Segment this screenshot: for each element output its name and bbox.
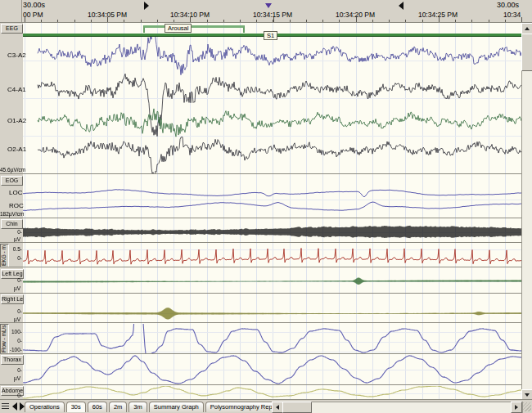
channel-label-roc: ROC bbox=[9, 202, 24, 209]
event-marker-icon[interactable] bbox=[265, 3, 272, 8]
section-divider bbox=[0, 218, 521, 218]
left-leg-unit-label: µV bbox=[7, 285, 20, 291]
right-leg-unit-label: µV bbox=[7, 316, 20, 322]
eog-sensitivity-label: 182µV/cm bbox=[0, 211, 24, 217]
abdomen-zero-label: 0- bbox=[8, 393, 22, 398]
section-divider bbox=[0, 267, 521, 267]
tab-summary-graph[interactable]: Summary Graph bbox=[149, 402, 204, 412]
section-divider bbox=[0, 173, 521, 174]
scroll-up-button[interactable] bbox=[521, 23, 532, 34]
chin-zero-label: 0- bbox=[8, 229, 22, 235]
section-button-eeg[interactable]: EEG bbox=[1, 24, 23, 34]
section-divider bbox=[0, 242, 521, 243]
hscroll-right-button[interactable] bbox=[511, 402, 522, 413]
waveform-canvas[interactable] bbox=[23, 23, 521, 399]
flow-neg-label: -100- bbox=[3, 347, 22, 352]
section-button-chin[interactable]: Chin bbox=[1, 219, 23, 229]
section-divider bbox=[0, 293, 521, 294]
view-tabs: Operations 30s 60s 2m 3m Summary Graph P… bbox=[25, 402, 286, 412]
tab-60s[interactable]: 60s bbox=[88, 402, 107, 412]
arrow-left-icon bbox=[276, 405, 279, 410]
list-icon[interactable] bbox=[2, 403, 9, 410]
arrow-down-icon bbox=[525, 393, 530, 397]
arousal-event-bar[interactable] bbox=[143, 25, 245, 33]
flow-pos-label: 100- bbox=[6, 329, 22, 334]
header-corner-cell bbox=[0, 0, 22, 23]
arrow-up-icon bbox=[525, 27, 530, 30]
eeg-sensitivity-label: 45.6µV/cm bbox=[0, 167, 24, 173]
horizontal-scrollbar-thumb[interactable] bbox=[282, 402, 312, 413]
left-leg-zero-label: 0- bbox=[8, 277, 22, 283]
vertical-scrollbar[interactable] bbox=[521, 23, 532, 399]
vertical-scrollbar-thumb[interactable] bbox=[521, 34, 532, 71]
bottom-toolbar: Operations 30s 60s 2m 3m Summary Graph P… bbox=[0, 399, 532, 413]
chin-unit-label: µV bbox=[7, 236, 20, 242]
flow-zero-label: 0- bbox=[6, 338, 22, 343]
sleep-stage-label[interactable]: S1 bbox=[264, 31, 277, 40]
tab-3m[interactable]: 3m bbox=[128, 402, 147, 412]
channel-label-o1a2: O1-A2 bbox=[7, 117, 26, 124]
tab-30s[interactable]: 30s bbox=[66, 402, 86, 412]
section-divider bbox=[0, 322, 521, 323]
tab-operations[interactable]: Operations bbox=[25, 402, 65, 412]
ekg-half-label: 0.5- bbox=[8, 246, 22, 252]
section-divider bbox=[0, 353, 521, 354]
arrow-right-icon bbox=[515, 405, 518, 410]
step-back-icon[interactable] bbox=[12, 402, 17, 411]
cursor-marker-icon[interactable] bbox=[399, 2, 404, 10]
arousal-event-label[interactable]: Arousal bbox=[165, 24, 192, 33]
thorax-zero-label: 0- bbox=[8, 367, 22, 373]
tab-2m[interactable]: 2m bbox=[109, 402, 127, 412]
epoch-duration-left: 30.00s bbox=[23, 1, 45, 9]
hscroll-left-button[interactable] bbox=[272, 402, 283, 413]
right-leg-zero-label: 0- bbox=[8, 308, 22, 314]
section-divider bbox=[0, 384, 521, 385]
channel-label-c4a1: C4-A1 bbox=[7, 86, 26, 93]
play-cursor-icon[interactable] bbox=[144, 2, 149, 10]
thorax-unit-label: µV bbox=[7, 375, 20, 381]
epoch-duration-right: 30.00s bbox=[497, 1, 519, 9]
section-button-right-leg[interactable]: Right Leg bbox=[1, 294, 24, 304]
section-button-thorax[interactable]: Thorax bbox=[1, 355, 24, 365]
channel-label-loc: LOC bbox=[9, 189, 22, 196]
channel-label-c3a2: C3-A2 bbox=[7, 52, 26, 59]
section-button-eog[interactable]: EOG bbox=[1, 176, 23, 186]
resize-grip-icon[interactable] bbox=[523, 402, 531, 411]
psg-viewer-window: 30.00s 30.00s 00 PM 10:34:05 PM 10:34:10… bbox=[0, 0, 532, 413]
channel-label-o2a1: O2-A1 bbox=[7, 146, 26, 153]
ekg-zero-label: 0- bbox=[8, 255, 22, 261]
